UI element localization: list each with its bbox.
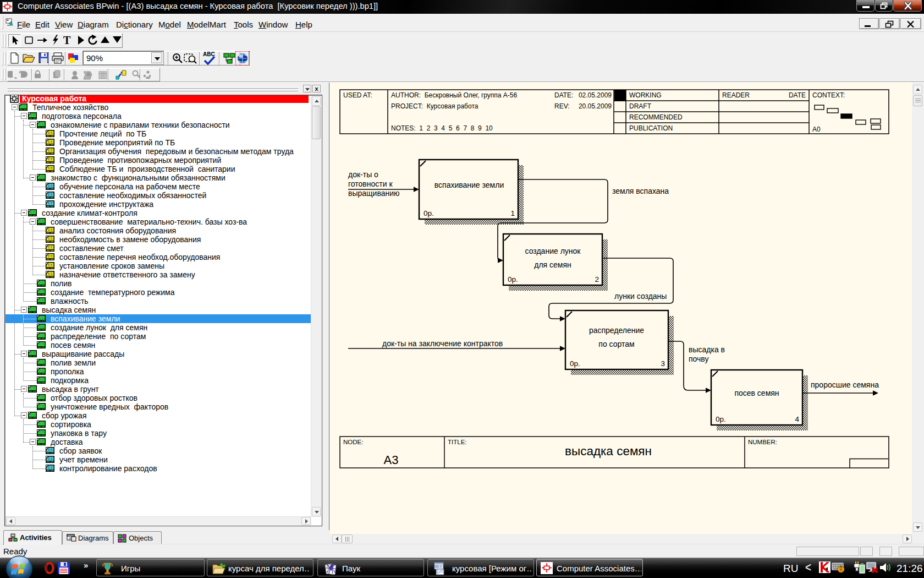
svg-text:DATE: DATE [789,91,806,99]
svg-text:0р.: 0р. [508,275,518,283]
svg-text:0р.: 0р. [570,359,580,368]
svg-text:А3: А3 [384,453,399,467]
svg-text:REV:: REV: [554,102,570,110]
svg-text:USED AT:: USED AT: [343,91,372,99]
svg-text:NUMBER:: NUMBER: [748,439,777,445]
svg-text:TITLE:: TITLE: [448,439,467,445]
svg-text:NODE:: NODE: [343,439,363,445]
svg-text:док-ты на заключение контракто: док-ты на заключение контрактов [382,339,503,348]
svg-text:CONTEXT:: CONTEXT: [812,91,845,99]
svg-text:3: 3 [661,359,665,368]
svg-text:20.05.2009: 20.05.2009 [579,102,612,110]
svg-text:02.05.2009: 02.05.2009 [579,91,612,99]
svg-text:2: 2 [595,275,599,283]
svg-text:PUBLICATION: PUBLICATION [629,124,673,132]
svg-text:высадка в: высадка в [689,345,725,354]
svg-text:NOTES: 1 2 3 4 5 6 7 8: NOTES: 1 2 3 4 5 6 7 8 9 10 [391,124,493,132]
svg-text:для семян: для семян [534,260,571,269]
svg-text:высадка семян: высадка семян [565,444,652,458]
svg-text:1: 1 [510,209,515,217]
svg-text:посев семян: посев семян [734,389,779,397]
svg-text:лунки созданы: лунки созданы [614,292,667,301]
svg-text:док-ты о: док-ты о [348,170,378,179]
svg-text:выращиванию: выращиванию [348,189,400,198]
svg-text:0р.: 0р. [424,209,434,217]
svg-text:распределение: распределение [589,326,644,335]
svg-text:4: 4 [795,415,799,423]
svg-text:RECOMMENDED: RECOMMENDED [629,113,683,121]
svg-text:вспахивание земли: вспахивание земли [435,181,504,189]
svg-text:DRAFT: DRAFT [629,102,652,110]
svg-text:PROJECT: Курсовая работа: PROJECT: Курсовая работа [391,102,479,110]
svg-text:почву: почву [689,355,708,363]
svg-text:!: ! [840,568,842,571]
svg-text:A0: A0 [812,126,821,133]
svg-text:READER: READER [722,91,750,99]
svg-text:земля вспахана: земля вспахана [612,187,669,195]
svg-text:создание лунок: создание лунок [525,247,581,255]
svg-text:по сортам: по сортам [598,340,634,348]
svg-text:DATE:: DATE: [554,91,573,99]
svg-text:проросшие семяна: проросшие семяна [811,380,879,389]
svg-text:WORKING: WORKING [629,91,662,99]
svg-text:готовности к: готовности к [348,179,393,188]
svg-text:AUTHOR: Бескровный Олег, груп: AUTHOR: Бескровный Олег, группа А-56 [391,91,518,99]
svg-text:0р.: 0р. [716,415,726,423]
